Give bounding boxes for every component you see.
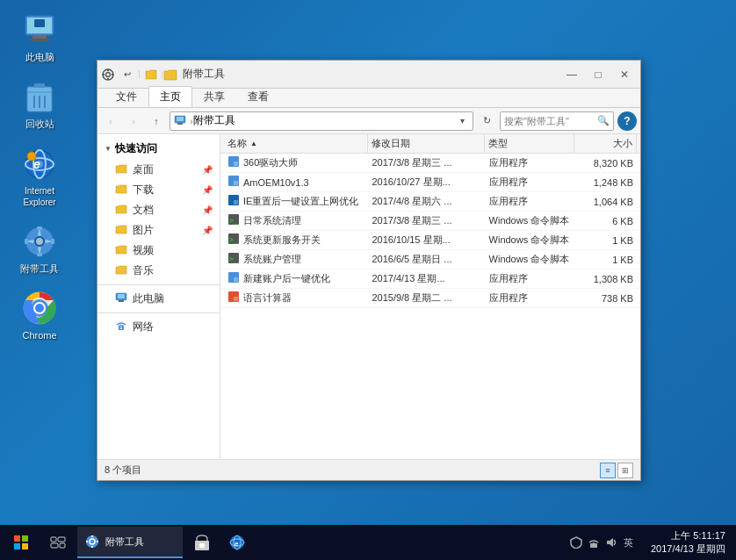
col-header-type[interactable]: 类型 [485,134,574,153]
svg-rect-20 [37,226,42,230]
nav-up-btn[interactable]: ↑ [147,111,166,131]
desktop-icons-container: 此电脑 回收站 [9,9,70,345]
tray-language-icon[interactable]: 英 [622,535,635,549]
minimize-btn[interactable]: — [559,66,584,83]
sidebar-item-documents[interactable]: 文档 📌 [97,200,220,220]
videos-label: 视频 [133,243,154,258]
col-header-date[interactable]: 修改日期 [368,134,485,153]
svg-rect-4 [34,19,45,27]
desktop-folder-icon [115,163,127,176]
sidebar-item-pictures[interactable]: 图片 📌 [97,220,220,241]
taskbar-clock[interactable]: 上午 5:11:17 2017/4/13 星期四 [644,529,732,556]
table-row[interactable]: 语言计算器 2015/9/8 星期二 ... 应用程序 738 KB [220,289,640,308]
table-row[interactable]: >_ 日常系统清理 2017/3/8 星期三 ... Windows 命令脚本 … [220,212,640,231]
quick-undo-btn[interactable]: ↩ [119,67,136,83]
sidebar-item-music[interactable]: 音乐 [97,261,220,281]
sidebar-quick-access-header[interactable]: ▼ 快速访问 [97,138,220,160]
file-size: 1 KB [574,235,637,246]
svg-rect-33 [112,74,113,75]
ie-icon: e [22,147,57,182]
search-icon: 🔍 [597,115,610,126]
nav-back-btn[interactable]: ‹ [101,111,120,131]
svg-rect-68 [58,537,65,542]
taskbar-ie-btn[interactable]: e [221,527,253,558]
nav-forward-btn[interactable]: › [124,111,143,131]
address-bar[interactable]: › 附带工具 ▾ [170,111,473,131]
recycle-bin-label: 回收站 [25,118,54,130]
svg-rect-36 [177,123,183,125]
large-icon-view-btn[interactable]: ⊞ [617,463,633,478]
close-btn[interactable]: ✕ [612,66,637,83]
file-type: Windows 命令脚本 [486,233,575,247]
collapse-arrow-quick: ▼ [105,145,112,153]
search-bar[interactable]: 🔍 [500,111,614,131]
start-button[interactable] [4,527,39,558]
tab-view[interactable]: 查看 [236,86,280,107]
table-row[interactable]: >_ 系统账户管理 2016/6/5 星期日 ... Windows 命令脚本 … [220,250,640,269]
search-input[interactable] [504,116,597,126]
taskbar-app-name: 附带工具 [105,535,144,549]
tab-home[interactable]: 主页 [148,86,192,107]
documents-label: 文档 [133,203,154,218]
svg-text:>_: >_ [229,236,238,244]
file-date: 2016/6/5 星期日 ... [368,253,485,266]
sidebar-item-videos[interactable]: 视频 [97,241,220,261]
taskbar-app-settings[interactable]: 附带工具 [77,527,183,558]
desktop-icon-ie[interactable]: e Internet Explorer [9,143,70,212]
file-name: AmOEM10v1.3 [243,177,309,188]
table-row[interactable]: >_ 系统更新服务开关 2016/10/15 星期... Windows 命令脚… [220,231,640,250]
sidebar-item-downloads[interactable]: 下载 📌 [97,180,220,200]
maximize-btn[interactable]: □ [586,66,610,83]
table-row[interactable]: AmOEM10v1.3 2016/10/27 星期... 应用程序 1,248 … [220,173,640,192]
svg-rect-63 [14,535,20,542]
desktop-icon-accessories[interactable]: 附带工具 [9,220,70,278]
quick-folder-btn[interactable] [142,67,160,83]
svg-rect-39 [119,300,124,302]
refresh-btn[interactable]: ↻ [477,111,496,131]
pin-icon-desktop: 📌 [202,165,213,175]
svg-rect-50 [234,200,238,205]
desktop-icon-recycle[interactable]: 回收站 [9,75,70,133]
downloads-folder-icon [115,183,127,197]
this-pc-label: 此电脑 [133,291,164,306]
col-header-size[interactable]: 大小 [574,134,637,153]
desktop-icon-computer[interactable]: 此电脑 [9,9,70,67]
system-tray: 英 [564,535,640,549]
address-dropdown-btn[interactable]: ▾ [455,111,469,131]
file-type: 应用程序 [486,272,575,285]
help-btn[interactable]: ? [617,111,637,131]
file-rows-container: 360驱动大师 2017/3/8 星期三 ... 应用程序 8,320 KB A… [220,154,640,308]
sidebar-item-network[interactable]: 网络 [97,317,220,337]
col-header-name[interactable]: 名称 ▲ [224,134,368,153]
task-view-btn[interactable] [42,527,74,558]
taskbar: 附带工具 e [0,525,736,560]
tray-network-icon[interactable] [587,535,601,549]
file-icon [227,291,240,305]
desktop-icon-chrome[interactable]: Chrome [9,287,70,345]
tab-share[interactable]: 共享 [192,86,236,107]
file-type: 应用程序 [486,156,575,169]
detail-view-btn[interactable]: ≡ [600,463,616,478]
file-icon [227,271,240,286]
col-date-label: 修改日期 [372,137,410,150]
svg-rect-66 [22,543,28,549]
tab-file[interactable]: 文件 [105,86,148,107]
music-folder-icon [115,264,127,277]
svg-text:e: e [235,540,239,548]
tray-security-icon[interactable] [569,535,583,549]
recycle-bin-icon [22,79,57,114]
file-size: 738 KB [574,293,637,304]
file-type: Windows 命令脚本 [486,214,575,227]
this-pc-folder-icon [115,292,127,305]
tray-volume-icon[interactable] [604,535,618,549]
table-row[interactable]: IE重置后一键设置上网优化 2017/4/8 星期六 ... 应用程序 1,06… [220,192,640,212]
sort-arrow-name: ▲ [250,140,257,147]
table-row[interactable]: 360驱动大师 2017/3/8 星期三 ... 应用程序 8,320 KB [220,154,640,173]
pin-icon-downloads: 📌 [202,185,213,195]
sidebar-divider-1 [97,284,220,285]
col-size-label: 大小 [613,137,632,150]
sidebar-item-desktop[interactable]: 桌面 📌 [97,160,220,180]
taskbar-store-btn[interactable] [186,527,218,558]
sidebar-item-this-pc[interactable]: 此电脑 [97,289,220,309]
table-row[interactable]: 新建账户后一键优化 2017/4/13 星期... 应用程序 1,308 KB [220,269,640,289]
